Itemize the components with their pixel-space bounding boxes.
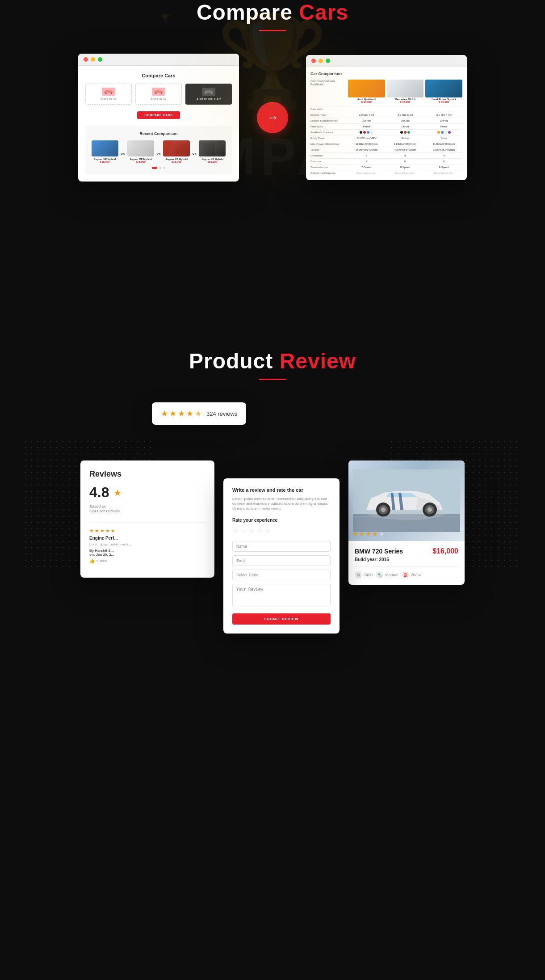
submit-review-btn[interactable]: SUBMIT REVIEW — [232, 613, 331, 625]
add-more-car-box[interactable]: ADD MORE CAR — [185, 84, 232, 105]
vs-separator-2: vs — [157, 140, 161, 163]
cylinders-label: Cylinders — [310, 154, 346, 157]
reviews-panel: Reviews 4.8 ★ Based on 324 user reviews … — [80, 460, 214, 578]
car-icon-1 — [102, 88, 115, 96]
compare-section-title: Compare Cars — [197, 0, 348, 49]
recent-car-price-2: $15,000 — [126, 161, 155, 163]
compare-cars-window-title: Compare Cars — [85, 73, 232, 78]
overview-row: Overview — [310, 106, 462, 112]
car-comparison-title: Car Comparison — [310, 72, 462, 76]
mercedes-car-image — [387, 80, 424, 97]
color-dot — [370, 131, 373, 134]
recent-car-img-1 — [92, 140, 118, 156]
transmission-label: Transmission — [310, 166, 346, 169]
spec-engine: ⚙ 2400 — [355, 571, 373, 579]
rate-stars-empty[interactable]: ☆ ☆ ☆ ☆ ☆ — [232, 526, 331, 535]
r-star-3: ★ — [100, 528, 105, 534]
recent-car-price-4: $15,000 — [198, 161, 226, 163]
browser-dot-yellow — [91, 57, 95, 62]
landrover-name: Land Rover Sport ▾ — [425, 97, 462, 101]
color-dot — [444, 131, 447, 134]
add-car-row: Add Car 01 Add Car 02 ADD MORE CAR — [85, 84, 232, 105]
recent-title: Recent Comparison — [91, 131, 226, 136]
carousel-dot-3[interactable] — [163, 167, 165, 169]
rate-star-4[interactable]: ☆ — [256, 526, 263, 535]
colors-val-3 — [425, 131, 462, 134]
browser-windows-container: Compare Cars Add Car 01 Add Car 02 — [51, 54, 494, 182]
compare-btn[interactable]: COMPARE CARS — [137, 111, 180, 119]
right-dot-green — [326, 59, 330, 63]
review-item-stars: ★ ★ ★ ★ ★ — [89, 528, 205, 534]
add-car-label-1: Add Car 01 — [88, 97, 130, 101]
arrow-circle: → — [257, 102, 288, 133]
displacement-val-2: 3982cc — [387, 119, 424, 122]
add-car-box-2[interactable]: Add Car 02 — [135, 84, 182, 105]
recent-car-img-4 — [199, 140, 226, 156]
topic-select[interactable]: Select Topic — [232, 570, 331, 580]
thumb-icon: 👍 — [89, 558, 95, 563]
star-1: ★ — [161, 409, 168, 418]
comp-feature-header: Car Comparison Features — [310, 80, 346, 103]
likes-count: 5 likes — [96, 559, 107, 563]
engine-type-row: Engine Type 2.0 litre 4 cyl 4.0 litre 8 … — [310, 112, 462, 118]
torque-label: Torque — [310, 148, 346, 151]
r-star-1: ★ — [89, 528, 94, 534]
recent-car-4[interactable]: Jaguar XF Hybrid $15,000 — [198, 140, 226, 163]
engine-value: 2400 — [364, 573, 373, 577]
recent-car-1[interactable]: Jaguar XF Hybrid $15,000 — [91, 140, 119, 163]
based-on-text: Based on — [89, 504, 106, 509]
recent-car-price-1: $15,000 — [91, 161, 119, 163]
car-name-price-row: BMW 720 Series $16,000 — [355, 547, 458, 555]
carousel-dot-1[interactable] — [152, 167, 157, 169]
car-img-dark — [199, 140, 226, 156]
overview-label: Overview — [310, 108, 346, 110]
review-title-white: Product — [189, 349, 273, 373]
displacement-val-1: 1984cc — [348, 119, 385, 122]
rate-star-5[interactable]: ☆ — [264, 526, 271, 535]
review-item-1: ★ ★ ★ ★ ★ Engine Perf... Lorem ipsu... m… — [89, 522, 205, 569]
transmission-val-2: 8-Speed — [387, 166, 424, 169]
body-type-val-2: Sedan — [387, 137, 424, 139]
recent-cars-grid: Jaguar XF Hybrid $15,000 vs Jaguar XF Hy… — [91, 140, 226, 163]
stars-row: ★ ★ ★ ★ ★ — [161, 409, 202, 418]
star-3: ★ — [178, 409, 185, 418]
write-review-panel: Write a review and rate the car Lorem ip… — [223, 478, 340, 634]
email-input[interactable] — [232, 555, 331, 566]
engine-type-val-2: 4.0 litre 8 cyl — [387, 114, 424, 116]
color-dot — [441, 131, 444, 134]
title-underline — [259, 30, 286, 31]
arrow-center: → — [257, 102, 288, 133]
fuel-value: 20/24 — [411, 573, 421, 577]
mercedes-price: $ 96,000 — [387, 101, 424, 103]
cylinders-row: Cylinders 4 8 4 — [310, 152, 462, 158]
right-browser-window: Car Comparison Car Comparison Features A… — [306, 55, 467, 180]
recent-car-3[interactable]: Jaguar XF Hybrid $15,000 — [162, 140, 190, 163]
car-comparison-content: Car Comparison Car Comparison Features A… — [306, 67, 467, 180]
additional-row: Additional Features Some features info..… — [310, 170, 462, 176]
fuel-icon: ⛽ — [402, 571, 409, 579]
reviews-panel-title: Reviews — [89, 469, 205, 479]
fuel-type-row: Fuel Type Petrol Diesel Petrol — [310, 123, 462, 129]
rating-star: ★ — [113, 487, 122, 498]
svg-point-0 — [105, 93, 107, 94]
add-car-box-1[interactable]: Add Car 01 — [85, 84, 132, 105]
carousel-dot-2[interactable] — [159, 167, 161, 169]
review-item-text: Lorem ipsu... minim veni... — [89, 542, 205, 547]
big-rating: 4.8 — [89, 484, 109, 501]
name-input[interactable] — [232, 541, 331, 552]
review-section-title: Product Review — [189, 349, 356, 398]
recent-car-2[interactable]: Jaguar XF Hybrid $15,000 — [126, 140, 155, 163]
comparison-table: Overview Engine Type 2.0 litre 4 cyl 4.0… — [310, 106, 462, 176]
vs-separator-3: vs — [193, 140, 197, 163]
prod-star-3: ★ — [365, 530, 371, 537]
rate-star-2[interactable]: ☆ — [240, 526, 247, 535]
power-val-1: 114bhp@4800rpm — [348, 143, 385, 145]
rate-star-3[interactable]: ☆ — [248, 526, 255, 535]
review-textarea[interactable] — [232, 584, 331, 606]
rating-based: Based on 324 user reviews — [89, 504, 205, 513]
review-title-underline — [259, 379, 286, 380]
browser-dot-red — [84, 57, 88, 62]
compare-cars-content: Compare Cars Add Car 01 Add Car 02 — [78, 66, 239, 182]
fuel-type-label: Fuel Type — [310, 125, 346, 128]
rate-star-1[interactable]: ☆ — [232, 526, 239, 535]
